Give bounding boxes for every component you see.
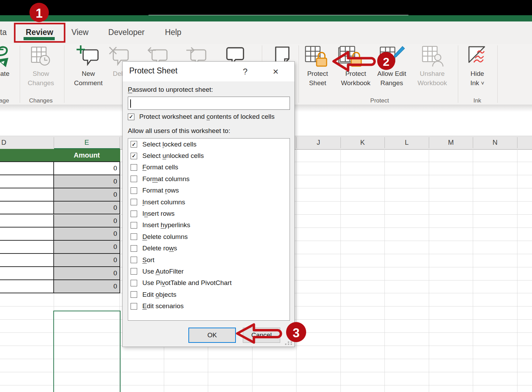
permission-option-insert-rows[interactable]: Insert rows [128, 208, 290, 219]
amount-cell[interactable]: 0 [54, 280, 121, 293]
permission-option-label: Select unlocked cells [142, 152, 204, 160]
checkbox-unchecked-icon[interactable] [131, 245, 137, 252]
checkbox-unchecked-icon[interactable] [131, 303, 137, 310]
checkbox-unchecked-icon[interactable] [131, 211, 137, 217]
dialog-close-button[interactable]: × [267, 62, 284, 81]
permission-option-sort[interactable]: Sort [128, 254, 290, 266]
translate-icon[interactable] [0, 45, 14, 69]
protect-worksheet-option[interactable]: ✓ Protect worksheet and contents of lock… [128, 113, 275, 121]
protect-workbook-icon[interactable] [338, 45, 365, 68]
permission-option-format-cells[interactable]: Format cells [128, 162, 290, 173]
permission-option-insert-columns[interactable]: Insert columns [128, 196, 290, 208]
checkbox-unchecked-icon[interactable] [131, 199, 137, 205]
protect-workbook-label-2: Workbook [335, 79, 376, 88]
hide-ink-label-2: Ink ˅ [456, 79, 498, 88]
allow-edit-ranges-icon[interactable] [379, 45, 406, 68]
permission-option-use-pivottable-and-pivotchart[interactable]: Use PivotTable and PivotChart [128, 277, 290, 289]
amount-cell[interactable]: 0 [54, 175, 121, 188]
column-header-l[interactable]: L [385, 136, 429, 149]
new-comment-icon[interactable] [77, 45, 100, 68]
amount-cell[interactable]: 0 [54, 254, 121, 267]
table-cell-d[interactable] [0, 241, 54, 254]
amount-cell[interactable]: 0 [54, 188, 121, 202]
permission-option-delete-columns[interactable]: Delete columns [128, 231, 290, 242]
permissions-listbox: ✓Select locked cells✓Select unlocked cel… [128, 138, 290, 321]
amount-table: Amount 0000000000 [0, 149, 120, 293]
ribbon-tab-row: ta Review View Developer Help [0, 21, 532, 44]
dialog-title: Protect Sheet [129, 66, 177, 75]
permission-option-use-autofilter[interactable]: Use AutoFilter [128, 266, 290, 277]
permission-option-label: Delete columns [142, 233, 188, 241]
hide-ink-icon[interactable] [466, 45, 488, 67]
checkbox-unchecked-icon[interactable] [131, 233, 137, 240]
tab-help[interactable]: Help [158, 21, 189, 44]
checkbox-unchecked-icon[interactable] [131, 222, 137, 229]
permission-option-label: Format columns [142, 175, 189, 183]
column-header-k[interactable]: K [340, 136, 385, 149]
column-header-m[interactable]: M [429, 136, 473, 149]
checkbox-unchecked-icon[interactable] [131, 280, 137, 286]
column-header-n[interactable]: N [473, 136, 517, 149]
checkbox-unchecked-icon[interactable] [131, 268, 137, 275]
permission-option-insert-hyperlinks[interactable]: Insert hyperlinks [128, 220, 290, 231]
permission-option-format-columns[interactable]: Format columns [128, 173, 290, 185]
permission-option-format-rows[interactable]: Format rows [128, 185, 290, 196]
table-cell-d[interactable] [0, 215, 54, 228]
checkbox-unchecked-icon[interactable] [131, 257, 137, 263]
amount-cell[interactable]: 0 [54, 162, 121, 175]
password-label: Password to unprotect sheet: [128, 86, 213, 93]
checkbox-unchecked-icon[interactable] [131, 187, 137, 194]
table-cell-d[interactable] [0, 228, 54, 241]
amount-header-cell[interactable]: Amount [54, 149, 120, 161]
checkbox-checked-icon[interactable]: ✓ [131, 153, 137, 159]
tab-data-partial[interactable]: ta [0, 21, 7, 44]
amount-cell[interactable]: 0 [54, 202, 121, 215]
dropdown-caret-icon[interactable]: ˅ [481, 80, 484, 86]
permission-option-edit-objects[interactable]: Edit objects [128, 289, 290, 300]
checkbox-checked-icon[interactable]: ✓ [131, 141, 137, 148]
table-cell-d[interactable] [0, 202, 54, 215]
table-cell-d[interactable] [0, 267, 54, 280]
table-cell-d[interactable] [0, 175, 54, 188]
permission-option-select-unlocked-cells[interactable]: ✓Select unlocked cells [128, 150, 290, 161]
permission-option-edit-scenarios[interactable]: Edit scenarios [128, 300, 290, 312]
permission-option-label: Select locked cells [142, 141, 196, 148]
amount-cell[interactable]: 0 [54, 228, 121, 241]
protect-sheet-icon[interactable] [304, 45, 331, 68]
dialog-titlebar: Protect Sheet ? × [123, 62, 294, 81]
cancel-button[interactable]: Cancel [243, 328, 280, 343]
gridline [0, 385, 532, 385]
allow-edit-ranges-label-1: Allow Edit [371, 69, 413, 78]
permission-option-label: Insert rows [142, 210, 175, 217]
checkbox-unchecked-icon[interactable] [131, 164, 137, 171]
permission-option-select-locked-cells[interactable]: ✓Select locked cells [128, 139, 290, 150]
table-cell-d[interactable] [0, 280, 54, 293]
tab-view[interactable]: View [68, 21, 92, 44]
gridline [473, 149, 473, 392]
permission-option-delete-rows[interactable]: Delete rows [128, 243, 290, 254]
column-header-j[interactable]: J [296, 136, 341, 149]
column-header-separator [517, 137, 517, 148]
table-cell-d[interactable] [0, 188, 54, 202]
checkbox-unchecked-icon[interactable] [131, 291, 137, 298]
protect-group-label: Protect [359, 97, 400, 105]
tab-review[interactable]: Review [24, 21, 55, 44]
resize-grip-icon[interactable] [285, 339, 293, 345]
column-header-d[interactable]: D [0, 136, 10, 149]
checkbox-checked-icon[interactable]: ✓ [128, 114, 134, 120]
password-input[interactable] [128, 97, 290, 110]
checkbox-unchecked-icon[interactable] [131, 176, 137, 182]
translate-label-partial: ate [0, 69, 15, 78]
ok-button[interactable]: OK [188, 328, 236, 343]
table-cell-d[interactable] [0, 162, 54, 175]
column-header-separator [296, 137, 296, 148]
column-header-e[interactable]: E [54, 136, 120, 149]
amount-cell[interactable]: 0 [54, 215, 121, 228]
tab-developer[interactable]: Developer [104, 21, 149, 44]
column-header-separator [473, 137, 473, 148]
amount-cell[interactable]: 0 [54, 267, 121, 280]
table-cell-d[interactable] [0, 254, 54, 267]
amount-cell[interactable]: 0 [54, 241, 121, 254]
dialog-help-button[interactable]: ? [237, 62, 254, 81]
gridline [296, 149, 296, 392]
